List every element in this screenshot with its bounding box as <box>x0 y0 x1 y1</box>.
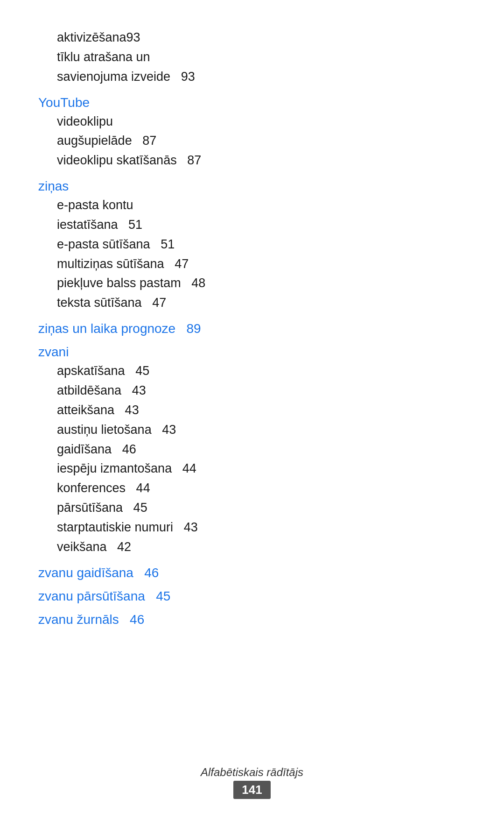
heading-zinas-laiks: ziņas un laika prognoze 89 <box>38 321 466 336</box>
subitem-zvani-6: konferences 44 <box>38 479 466 498</box>
footer-label: Alfabētiskais rādītājs <box>0 766 504 779</box>
heading-zvanu-parsutisana: zvanu pārsūtīšana 45 <box>38 589 466 604</box>
subitem-zinas-0: e-pasta kontuiestatīšana 51 <box>38 196 466 235</box>
section-zvanu-parsutisana: zvanu pārsūtīšana 45 <box>38 589 466 604</box>
heading-zvanu-gaidisana: zvanu gaidīšana 46 <box>38 565 466 580</box>
subitem-zinas-2: multiziņas sūtīšana 47 <box>38 254 466 274</box>
subitem-zinas-3: piekļuve balss pastam 48 <box>38 274 466 293</box>
subitem-zvani-0: apskatīšana 45 <box>38 361 466 381</box>
subitem-zvani-1: atbildēšana 43 <box>38 381 466 401</box>
subitem-zinas-1: e-pasta sūtīšana 51 <box>38 235 466 254</box>
subitem-zvani-2: atteikšana 43 <box>38 401 466 420</box>
heading-youtube: YouTube <box>38 95 466 110</box>
subitem-zvani-9: veikšana 42 <box>38 537 466 557</box>
footer-page-number: 141 <box>233 781 270 799</box>
section-zvani: zvani apskatīšana 45 atbildēšana 43 atte… <box>38 345 466 557</box>
top-entry-aktivizesana: aktivizēšana93 <box>38 28 466 48</box>
heading-zinas: ziņas <box>38 179 466 194</box>
section-zinas-laiks: ziņas un laika prognoze 89 <box>38 321 466 336</box>
page-footer: Alfabētiskais rādītājs 141 <box>0 766 504 799</box>
subitem-youtube-1: videoklipu skatīšanās 87 <box>38 151 466 170</box>
subitem-youtube-0: videoklipuaugšupielāde 87 <box>38 112 466 151</box>
section-zvanu-zurnals: zvanu žurnāls 46 <box>38 612 466 627</box>
subitem-zvani-7: pārsūtīšana 45 <box>38 498 466 518</box>
page-content: aktivizēšana93 tīklu atrašana unsavienoj… <box>0 0 504 676</box>
section-zinas: ziņas e-pasta kontuiestatīšana 51 e-past… <box>38 179 466 313</box>
subitem-zvani-8: starptautiskie numuri 43 <box>38 518 466 537</box>
subitem-zinas-4: teksta sūtīšana 47 <box>38 293 466 313</box>
subitem-zvani-4: gaidīšana 46 <box>38 440 466 459</box>
top-entry-tiklu: tīklu atrašana unsavienojuma izveide 93 <box>38 48 466 87</box>
subitem-zvani-5: iespēju izmantošana 44 <box>38 459 466 479</box>
heading-zvani: zvani <box>38 345 466 360</box>
subitem-zvani-3: austiņu lietošana 43 <box>38 420 466 440</box>
heading-zvanu-zurnals: zvanu žurnāls 46 <box>38 612 466 627</box>
top-section: aktivizēšana93 tīklu atrašana unsavienoj… <box>38 28 466 87</box>
section-zvanu-gaidisana: zvanu gaidīšana 46 <box>38 565 466 580</box>
section-youtube: YouTube videoklipuaugšupielāde 87 videok… <box>38 95 466 171</box>
